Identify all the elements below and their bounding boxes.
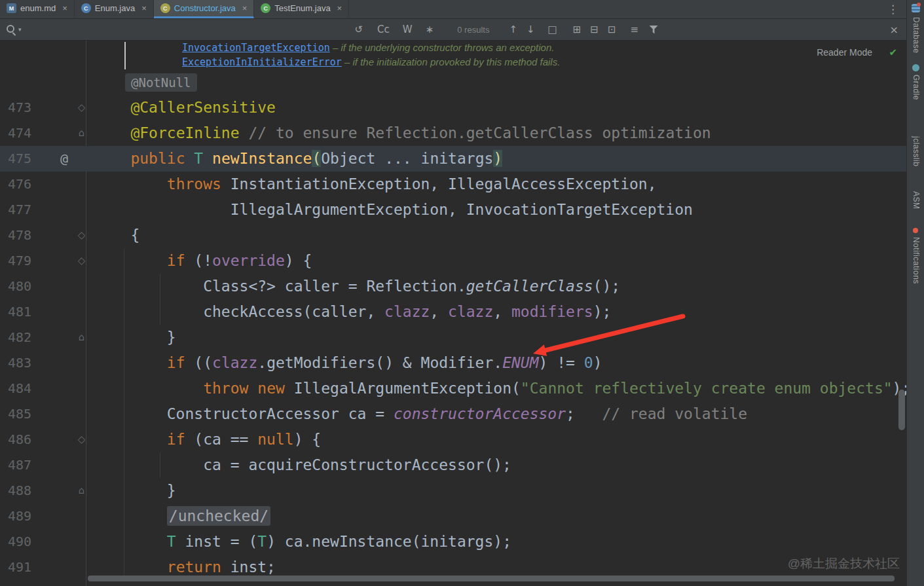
tab-close-icon[interactable]: ×: [141, 3, 147, 13]
tab-close-icon[interactable]: ×: [242, 3, 248, 13]
code-line-487[interactable]: 487 ca = acquireConstructorAccessor();: [0, 452, 906, 478]
code-text[interactable]: checkAccess(caller, clazz, clazz, modifi…: [92, 299, 611, 325]
code-text[interactable]: throws InstantiationException, IllegalAc…: [92, 172, 657, 197]
code-line-489[interactable]: 489 /unchecked/: [0, 504, 906, 529]
code-text[interactable]: if (!override) {: [92, 248, 312, 274]
find-input[interactable]: [22, 21, 348, 38]
code-line-475[interactable]: 475@ public T newInstance(Object ... ini…: [0, 146, 906, 172]
code-text[interactable]: @ForceInline // to ensure Reflection.get…: [92, 120, 711, 146]
line-number[interactable]: 476: [0, 172, 35, 197]
code-text[interactable]: /unchecked/: [92, 504, 270, 529]
tool-window-button-jclasslib[interactable]: jclasslib: [912, 136, 921, 167]
code-text[interactable]: {: [92, 223, 139, 248]
code-text[interactable]: if (ca == null) {: [92, 427, 321, 452]
code-line-479[interactable]: 479◇ if (!override) {: [0, 248, 906, 274]
line-number[interactable]: 478: [0, 223, 35, 248]
select-all-occurrences-button[interactable]: ⊡: [608, 19, 616, 41]
reader-mode-check-icon[interactable]: ✔: [889, 46, 897, 58]
code-text[interactable]: if ((clazz.getModifiers() & Modifier.ENU…: [92, 350, 602, 376]
code-text[interactable]: @CallerSensitive: [92, 95, 276, 120]
words-toggle[interactable]: W: [403, 19, 413, 41]
code-text[interactable]: Class<?> caller = Reflection.getCallerCl…: [92, 274, 620, 299]
fold-marker-start-icon[interactable]: ◇: [71, 95, 92, 120]
fold-marker-start-icon[interactable]: ◇: [71, 223, 92, 248]
line-number[interactable]: 474: [0, 120, 35, 146]
find-in-selection-toggle[interactable]: □: [548, 19, 557, 41]
javadoc-class-link[interactable]: ExceptionInInitializerError: [182, 56, 342, 68]
code-line-476[interactable]: 476 throws InstantiationException, Illeg…: [0, 172, 906, 197]
tab-options-menu-icon[interactable]: ⋮: [887, 3, 898, 16]
line-number[interactable]: 481: [0, 299, 35, 325]
line-number[interactable]: 490: [0, 529, 35, 555]
code-line-488[interactable]: 488⌂ }: [0, 478, 906, 504]
vertical-scrollbar[interactable]: [898, 390, 905, 430]
filter-funnel-icon[interactable]: [649, 26, 658, 34]
code-text[interactable]: IllegalArgumentException, InvocationTarg…: [92, 197, 693, 223]
line-number[interactable]: 482: [0, 325, 35, 350]
tool-window-button-gradle[interactable]: Gradle: [912, 75, 921, 100]
add-occurrence-button[interactable]: ⊞: [573, 19, 582, 41]
search-history-icon[interactable]: ↺: [355, 19, 363, 41]
line-number[interactable]: 486: [0, 427, 35, 452]
reader-mode-label[interactable]: Reader Mode: [817, 47, 872, 58]
next-occurrence-button[interactable]: ↓: [527, 19, 535, 41]
line-number[interactable]: 488: [0, 478, 35, 504]
editor-tab[interactable]: CTestEnum.java×: [254, 0, 349, 18]
code-line-483[interactable]: 483 if ((clazz.getModifiers() & Modifier…: [0, 350, 906, 376]
tool-window-button-notifications[interactable]: Notifications: [912, 237, 921, 284]
code-line-473[interactable]: 473◇ @CallerSensitive: [0, 95, 906, 120]
code-line-478[interactable]: 478◇ {: [0, 223, 906, 248]
code-line-490[interactable]: 490 T inst = (T) ca.newInstance(initargs…: [0, 529, 906, 555]
match-case-toggle[interactable]: Cc: [377, 19, 390, 41]
filter-lines-icon[interactable]: ≡: [630, 19, 638, 41]
fold-marker-start-icon[interactable]: ◇: [71, 248, 92, 274]
tab-close-icon[interactable]: ×: [62, 3, 67, 13]
code-text[interactable]: T inst = (T) ca.newInstance(initargs);: [92, 529, 511, 555]
line-number[interactable]: 491: [0, 555, 35, 580]
remove-occurrence-button[interactable]: ⊟: [590, 19, 599, 41]
tool-window-button-asm[interactable]: ASM: [912, 191, 921, 210]
fold-marker-end-icon[interactable]: ⌂: [71, 325, 92, 350]
code-line-482[interactable]: 482⌂ }: [0, 325, 906, 350]
code-line-477[interactable]: 477 IllegalArgumentException, Invocation…: [0, 197, 906, 223]
line-number[interactable]: 479: [0, 248, 35, 274]
line-number[interactable]: 477: [0, 197, 35, 223]
line-number[interactable]: 484: [0, 376, 35, 401]
code-line-481[interactable]: 481 checkAccess(caller, clazz, clazz, mo…: [0, 299, 906, 325]
editor-tab[interactable]: CConstructor.java×: [154, 0, 255, 18]
fold-marker-end-icon[interactable]: ⌂: [71, 478, 92, 504]
code-text[interactable]: ca = acquireConstructorAccessor();: [92, 452, 511, 478]
line-number[interactable]: 487: [0, 452, 35, 478]
regex-toggle[interactable]: ∗: [426, 19, 434, 41]
fold-marker-start-icon[interactable]: ◇: [71, 427, 92, 452]
line-number[interactable]: 475: [0, 146, 35, 172]
editor-tab[interactable]: CEnum.java×: [75, 0, 154, 18]
find-close-icon[interactable]: ×: [890, 24, 898, 36]
fold-marker-end-icon[interactable]: ⌂: [71, 120, 92, 146]
code-line-486[interactable]: 486◇ if (ca == null) {: [0, 427, 906, 452]
line-number[interactable]: 473: [0, 95, 35, 120]
line-number[interactable]: 483: [0, 350, 35, 376]
editor-tab[interactable]: Menum.md×: [0, 0, 75, 18]
horizontal-scrollbar[interactable]: [88, 576, 895, 581]
prev-occurrence-button[interactable]: ↑: [509, 19, 517, 41]
code-text[interactable]: }: [92, 478, 176, 504]
tool-window-button-database[interactable]: Database: [912, 17, 921, 53]
code-line-484[interactable]: 484 throw new IllegalArgumentException("…: [0, 376, 906, 401]
code-line-474[interactable]: 474⌂ @ForceInline // to ensure Reflectio…: [0, 120, 906, 146]
inferred-annotation-hint[interactable]: @NotNull: [125, 73, 197, 92]
javadoc-class-link[interactable]: InvocationTargetException: [182, 42, 330, 54]
code-text[interactable]: }: [92, 325, 176, 350]
tab-close-icon[interactable]: ×: [337, 3, 342, 13]
line-number[interactable]: 485: [0, 401, 35, 427]
code-line-485[interactable]: 485 ConstructorAccessor ca = constructor…: [0, 401, 906, 427]
gradle-icon[interactable]: [912, 64, 919, 71]
code-line-480[interactable]: 480 Class<?> caller = Reflection.getCall…: [0, 274, 906, 299]
code-text[interactable]: throw new IllegalArgumentException("Cann…: [92, 376, 906, 401]
code-text[interactable]: public T newInstance(Object ... initargs…: [92, 146, 502, 172]
code-text[interactable]: ConstructorAccessor ca = constructorAcce…: [92, 401, 747, 427]
line-number[interactable]: 489: [0, 504, 35, 529]
search-icon[interactable]: [5, 24, 17, 35]
code-editor[interactable]: InvocationTargetException – if the under…: [0, 41, 906, 586]
line-number[interactable]: 480: [0, 274, 35, 299]
